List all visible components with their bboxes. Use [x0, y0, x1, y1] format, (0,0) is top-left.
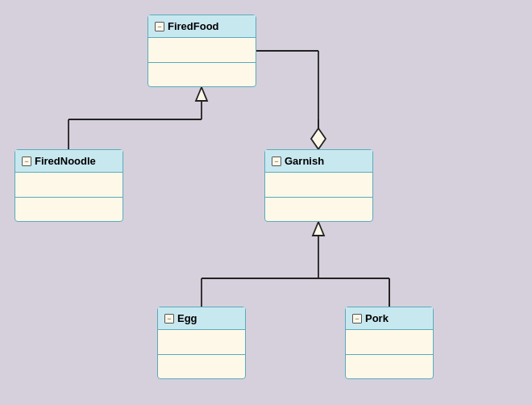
class-egg[interactable]: − Egg: [157, 307, 246, 379]
class-egg-methods: [158, 355, 245, 379]
class-pork[interactable]: − Pork: [345, 307, 434, 379]
class-firedfood-header: − FiredFood: [148, 15, 256, 38]
class-firednoodle-icon: −: [22, 157, 31, 166]
class-firedfood[interactable]: − FiredFood: [148, 15, 256, 87]
class-firedfood-icon: −: [155, 22, 164, 31]
class-garnish-attributes: [265, 173, 372, 198]
class-firednoodle-header: − FiredNoodle: [15, 150, 123, 173]
class-garnish[interactable]: − Garnish: [264, 149, 373, 222]
svg-marker-3: [196, 87, 207, 101]
class-garnish-icon: −: [272, 157, 281, 166]
diagram-container: − FiredFood − FiredNoodle − Garnish − Eg…: [0, 0, 532, 405]
class-garnish-header: − Garnish: [265, 150, 372, 173]
class-garnish-methods: [265, 198, 372, 222]
class-pork-icon: −: [352, 314, 362, 324]
class-egg-header: − Egg: [158, 307, 245, 330]
class-firedfood-attributes: [148, 38, 256, 63]
class-firednoodle-name: FiredNoodle: [35, 155, 96, 167]
class-garnish-name: Garnish: [285, 155, 324, 167]
class-pork-header: − Pork: [346, 307, 433, 330]
class-firednoodle-attributes: [15, 173, 123, 198]
svg-marker-11: [313, 222, 324, 236]
class-egg-name: Egg: [177, 312, 197, 324]
class-firedfood-name: FiredFood: [168, 20, 219, 32]
class-egg-attributes: [158, 330, 245, 355]
class-firednoodle[interactable]: − FiredNoodle: [15, 149, 123, 222]
svg-marker-7: [311, 128, 326, 149]
class-firednoodle-methods: [15, 198, 123, 222]
class-pork-attributes: [346, 330, 433, 355]
class-firedfood-methods: [148, 63, 256, 87]
class-pork-name: Pork: [365, 312, 389, 324]
class-pork-methods: [346, 355, 433, 379]
class-egg-icon: −: [164, 314, 174, 324]
